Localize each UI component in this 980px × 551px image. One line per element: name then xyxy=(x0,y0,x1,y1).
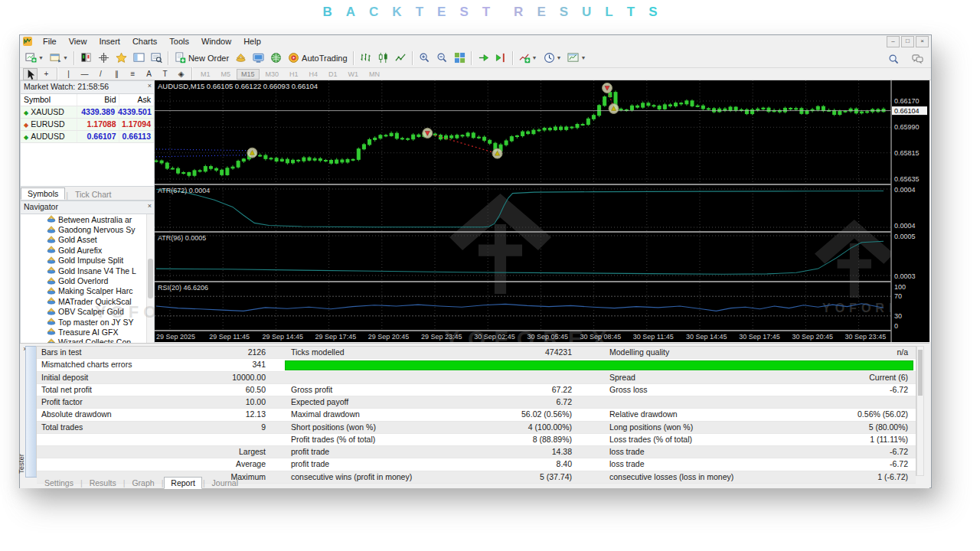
menu-item-charts[interactable]: Charts xyxy=(126,36,163,47)
navigator-item[interactable]: Gold Asset xyxy=(21,235,154,245)
menu-item-window[interactable]: Window xyxy=(195,36,237,47)
trendline-tool[interactable]: / xyxy=(93,68,108,80)
tester-tab-report[interactable]: Report xyxy=(164,477,202,489)
timeframe-button-w1[interactable]: W1 xyxy=(344,69,364,80)
expert-advisor-icon xyxy=(47,276,58,286)
trade-marker[interactable] xyxy=(423,128,433,138)
community-chat-button[interactable] xyxy=(910,51,926,67)
chart-shift-button[interactable] xyxy=(493,50,509,67)
timeframe-button-m1[interactable]: M1 xyxy=(196,69,215,80)
market-watch-row-audusd[interactable]: ◆AUDUSD 0.66107 0.66113 xyxy=(21,131,154,143)
navigator-item[interactable]: Gold Aurefix xyxy=(21,245,154,255)
vertical-line-tool[interactable]: | xyxy=(61,68,76,80)
market-watch-row-eurusd[interactable]: ◆EURUSD 1.17088 1.17094 xyxy=(21,119,154,131)
terminal-window-button[interactable] xyxy=(250,50,266,67)
market-watch-window-button[interactable] xyxy=(131,50,147,67)
navigator-item[interactable]: Gold Overlord xyxy=(21,276,154,285)
autotrading-button[interactable]: AutoTrading xyxy=(286,50,350,67)
timeframe-button-m5[interactable]: M5 xyxy=(217,69,236,80)
chart-canvas[interactable]: YOFOREXYOFOREX0.661700.659900.658150.656… xyxy=(155,80,929,342)
x-axis-label: 30 Sep 17:45 xyxy=(739,333,780,341)
svg-text:0.65635: 0.65635 xyxy=(894,175,920,183)
horizontal-line-tool[interactable]: — xyxy=(77,68,92,80)
navigator-item[interactable]: Making Scalper Harc xyxy=(21,286,154,296)
tester-tab-settings[interactable]: Settings xyxy=(38,478,80,488)
chart-area[interactable]: YOFOREXYOFOREX0.661700.659900.658150.656… xyxy=(155,80,929,342)
indicators-button[interactable]: ▼ xyxy=(517,50,540,67)
search-button[interactable] xyxy=(886,51,902,67)
mw-col-symbol: Symbol xyxy=(21,94,77,106)
svg-text:0.66170: 0.66170 xyxy=(894,97,920,105)
strategy-tester-button[interactable] xyxy=(268,50,284,67)
market-watch-close-icon[interactable]: × xyxy=(148,82,152,90)
expert-advisors-button[interactable] xyxy=(233,50,249,67)
new-order-button[interactable]: New Order xyxy=(172,50,231,67)
restore-button[interactable]: □ xyxy=(901,36,914,47)
auto-scroll-button[interactable] xyxy=(475,50,492,67)
menu-item-tools[interactable]: Tools xyxy=(163,36,195,47)
x-axis-label: 30 Sep 14:45 xyxy=(686,333,727,341)
line-chart-button[interactable] xyxy=(393,50,409,67)
timeframe-button-h1[interactable]: H1 xyxy=(285,69,303,80)
navigator-close-icon[interactable]: × xyxy=(148,202,152,210)
candlestick-chart-button[interactable] xyxy=(375,50,391,67)
tester-tab-results[interactable]: Results xyxy=(83,478,122,488)
navigator-title: Navigator xyxy=(24,202,58,211)
minimize-button[interactable]: – xyxy=(887,36,900,47)
menu-item-help[interactable]: Help xyxy=(237,36,267,47)
menu-item-view[interactable]: View xyxy=(63,36,93,47)
trade-marker[interactable] xyxy=(492,148,502,158)
text-label-tool[interactable]: T xyxy=(158,68,172,80)
favorites-button[interactable] xyxy=(113,50,129,67)
templates-button[interactable]: ▼ xyxy=(565,50,588,67)
timeframe-button-m30[interactable]: M30 xyxy=(261,69,284,80)
screenshot-canvas: { "page_title": { "text": "BACKTEST RESU… xyxy=(0,0,980,551)
navigator-item[interactable]: Gold Impulse Split xyxy=(21,256,154,266)
expert-advisor-icon xyxy=(47,235,58,245)
text-tool[interactable]: A xyxy=(142,68,156,80)
open-profile-button[interactable]: ▼ xyxy=(47,50,70,67)
report-row: Initial deposit10000.00 SpreadCurrent (6… xyxy=(37,372,916,384)
trade-marker[interactable] xyxy=(609,103,619,113)
title-letter: C xyxy=(369,5,378,20)
trade-marker[interactable] xyxy=(247,148,257,158)
expert-advisor-icon xyxy=(47,327,58,337)
crosshair-tool[interactable]: + xyxy=(39,68,54,80)
fibonacci-tool[interactable]: ≡ xyxy=(126,68,140,80)
tester-scrollbar[interactable] xyxy=(916,346,924,476)
bar-chart-button[interactable] xyxy=(358,50,374,67)
timeframe-button-m15[interactable]: M15 xyxy=(237,69,260,80)
market-watch-tab-tick-chart[interactable]: Tick Chart xyxy=(69,189,117,200)
data-window-button[interactable] xyxy=(149,50,165,67)
report-row: Profit trades (% of total)8 (88.89%) Los… xyxy=(37,434,916,446)
new-chart-button[interactable]: ▼ xyxy=(23,50,46,67)
periods-button[interactable]: ▼ xyxy=(541,50,564,67)
navigator-item[interactable]: Gold Insane V4 The L xyxy=(21,266,154,276)
timeframe-button-mn[interactable]: MN xyxy=(364,69,384,80)
title-letter: T xyxy=(482,5,490,20)
shapes-tool[interactable]: ◈ xyxy=(174,68,188,80)
market-watch-tab-symbols[interactable]: Symbols xyxy=(21,187,65,200)
cursor-tool[interactable] xyxy=(23,68,38,80)
navigator-item[interactable]: Wizard Collects Con xyxy=(21,337,154,343)
navigator-item[interactable]: Gaodong Nervous Sy xyxy=(21,224,154,234)
navigator-item[interactable]: Treasure AI GFX xyxy=(21,327,154,337)
crosshair-button[interactable] xyxy=(96,50,112,67)
equidistant-channel-tool[interactable]: ∥ xyxy=(109,68,124,80)
timeframe-button-h4[interactable]: H4 xyxy=(305,69,323,80)
tile-windows-button[interactable] xyxy=(452,50,468,67)
tester-tab-journal[interactable]: Journal xyxy=(206,478,244,488)
zoom-in-button[interactable] xyxy=(416,50,433,67)
chart-properties-button[interactable] xyxy=(78,50,94,67)
menu-item-file[interactable]: File xyxy=(37,36,63,47)
tester-tab-graph[interactable]: Graph xyxy=(126,478,160,488)
modelling-quality-bar xyxy=(285,360,913,370)
navigator-item[interactable]: Between Australia ar xyxy=(21,214,154,224)
trade-marker[interactable] xyxy=(603,83,612,93)
navigator-scrollbar[interactable] xyxy=(146,214,154,343)
timeframe-button-d1[interactable]: D1 xyxy=(324,69,342,80)
close-button[interactable]: × xyxy=(916,36,929,47)
menu-item-insert[interactable]: Insert xyxy=(93,36,126,47)
market-watch-row-xauusd[interactable]: ◆XAUUSD 4339.389 4339.501 xyxy=(21,106,154,119)
zoom-out-button[interactable] xyxy=(434,50,450,67)
